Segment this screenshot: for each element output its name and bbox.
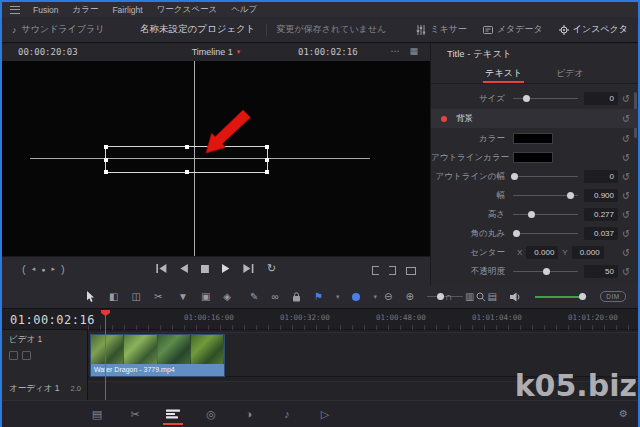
app-menu-icon[interactable] bbox=[10, 6, 20, 14]
menu-fusion[interactable]: Fusion bbox=[26, 5, 66, 15]
reset-icon[interactable]: ↺ bbox=[618, 152, 634, 163]
slider-knob[interactable] bbox=[511, 173, 518, 180]
page-edit[interactable] bbox=[162, 405, 184, 423]
reset-icon[interactable]: ↺ bbox=[618, 247, 634, 258]
reset-icon[interactable]: ↺ bbox=[618, 266, 634, 277]
color-swatch[interactable] bbox=[513, 133, 553, 144]
trim-tool-icon[interactable]: ◧ bbox=[109, 291, 118, 302]
first-frame-button[interactable] bbox=[156, 264, 167, 273]
inspector-rows: サイズ 0 ↺ 背景 ↺ カラー ↺ アウトラインカラー ↺ bbox=[431, 89, 638, 281]
center-y-value[interactable]: 0.000 bbox=[572, 246, 604, 259]
page-deliver[interactable]: ▷ bbox=[314, 405, 336, 423]
last-frame-button[interactable] bbox=[243, 264, 254, 273]
zoom-knob[interactable] bbox=[437, 293, 444, 300]
height-slider[interactable] bbox=[513, 211, 578, 219]
marker-dropdown-icon[interactable]: ▾ bbox=[373, 293, 377, 301]
track-lock-icon[interactable] bbox=[9, 351, 18, 360]
link-clips-icon[interactable]: ∞ bbox=[271, 291, 278, 302]
speaker-icon[interactable] bbox=[510, 292, 522, 302]
reset-icon[interactable]: ↺ bbox=[618, 93, 634, 104]
page-color[interactable]: ◑ bbox=[238, 405, 260, 423]
height-value[interactable]: 0.277 bbox=[584, 208, 618, 221]
reset-icon[interactable]: ↺ bbox=[618, 228, 634, 239]
reset-icon[interactable]: ↺ bbox=[618, 209, 634, 220]
timeline-ruler[interactable]: 01:00:16:00 01:00:32:00 01:00:48:00 01:0… bbox=[88, 309, 638, 330]
metadata-button[interactable]: メタデータ bbox=[483, 23, 543, 36]
flag-icon[interactable]: ⚑ bbox=[314, 291, 323, 302]
mixer-button[interactable]: ミキサー bbox=[416, 23, 467, 36]
menu-workspace[interactable]: ワークスペース bbox=[150, 4, 225, 16]
outline-color-swatch[interactable] bbox=[513, 152, 553, 163]
insert-clip-icon[interactable]: ▼ bbox=[178, 291, 188, 302]
marker-icon[interactable] bbox=[352, 293, 360, 301]
size-value[interactable]: 0 bbox=[584, 92, 618, 105]
mark-in-icon[interactable] bbox=[372, 266, 379, 275]
selection-tool-icon[interactable] bbox=[86, 291, 96, 303]
grid-view-icon[interactable]: ▦ bbox=[409, 46, 418, 56]
slider-knob[interactable] bbox=[513, 230, 520, 237]
lock-icon[interactable] bbox=[292, 292, 301, 302]
timeline-clip[interactable]: Water Dragon - 3779.mp4 bbox=[90, 334, 225, 377]
timeline-view-option-a-icon[interactable]: ▥ bbox=[465, 291, 474, 302]
page-media[interactable]: ▤ bbox=[86, 405, 108, 423]
curve-tool-icon[interactable]: ✎ bbox=[250, 291, 258, 302]
tab-text[interactable]: テキスト bbox=[483, 63, 524, 83]
reset-icon[interactable]: ↺ bbox=[618, 190, 634, 201]
loop-button[interactable]: ↻ bbox=[267, 264, 276, 273]
play-button[interactable] bbox=[222, 264, 230, 273]
corner-radius-slider[interactable] bbox=[513, 230, 578, 238]
volume-slider[interactable] bbox=[535, 293, 587, 301]
size-slider[interactable] bbox=[513, 95, 578, 103]
outline-width-slider[interactable] bbox=[513, 173, 578, 181]
outline-width-value[interactable]: 0 bbox=[584, 170, 618, 183]
reset-icon[interactable]: ↺ bbox=[618, 133, 634, 144]
more-options-icon[interactable]: ⋯ bbox=[390, 46, 399, 56]
opacity-slider[interactable] bbox=[513, 268, 578, 276]
reset-icon[interactable]: ↺ bbox=[618, 113, 634, 124]
section-background[interactable]: 背景 ↺ bbox=[431, 109, 638, 128]
volume-knob[interactable] bbox=[579, 293, 586, 300]
tab-video[interactable]: ビデオ bbox=[554, 63, 586, 83]
stop-button[interactable] bbox=[201, 265, 209, 273]
page-fusion[interactable]: ◎ bbox=[200, 405, 222, 423]
viewer-canvas[interactable] bbox=[2, 61, 430, 256]
play-reverse-button[interactable] bbox=[180, 264, 188, 273]
snap-icon[interactable]: ∩ bbox=[445, 291, 452, 302]
flag-dropdown-icon[interactable]: ▾ bbox=[336, 293, 340, 301]
video-track-header[interactable]: ビデオ 1 bbox=[9, 334, 42, 360]
timeline-view-option-b-icon[interactable]: ▤ bbox=[488, 291, 497, 302]
audio-track-header[interactable]: オーディオ 1 2.0 bbox=[9, 383, 81, 395]
match-frame-icon[interactable] bbox=[406, 267, 416, 275]
slider-knob[interactable] bbox=[567, 192, 574, 199]
zoom-out-icon[interactable]: ⊖ bbox=[384, 291, 392, 302]
jog-shuttle[interactable]: ( ◂ ● ▸ ) bbox=[22, 263, 65, 275]
enable-toggle-dot[interactable] bbox=[441, 116, 447, 122]
dynamic-trim-icon[interactable]: ◫ bbox=[131, 291, 140, 302]
width-value[interactable]: 0.900 bbox=[584, 189, 618, 202]
menu-fairlight[interactable]: Fairlight bbox=[105, 5, 149, 15]
sound-library-button[interactable]: ♪ サウンドライブラリ bbox=[12, 17, 104, 42]
timeline-selector[interactable]: Timeline 1 ▾ bbox=[192, 47, 241, 57]
reset-icon[interactable]: ↺ bbox=[618, 171, 634, 182]
razor-tool-icon[interactable]: ✂ bbox=[154, 291, 162, 302]
mark-out-icon[interactable] bbox=[389, 266, 396, 275]
opacity-value[interactable]: 50 bbox=[584, 265, 618, 278]
page-fairlight[interactable]: ♪ bbox=[276, 405, 298, 423]
corner-radius-value[interactable]: 0.037 bbox=[584, 227, 618, 240]
playhead[interactable] bbox=[105, 310, 106, 400]
slider-knob[interactable] bbox=[528, 211, 535, 218]
zoom-in-icon[interactable]: ⊕ bbox=[405, 291, 413, 302]
inspector-button[interactable]: インスペクタ bbox=[559, 23, 628, 36]
menu-help[interactable]: ヘルプ bbox=[224, 4, 264, 16]
overwrite-clip-icon[interactable]: ▣ bbox=[201, 291, 210, 302]
replace-clip-icon[interactable]: ◈ bbox=[223, 291, 231, 302]
center-x-value[interactable]: 0.000 bbox=[526, 246, 558, 259]
page-cut[interactable]: ✂ bbox=[124, 405, 146, 423]
slider-knob[interactable] bbox=[543, 268, 550, 275]
slider-knob[interactable] bbox=[523, 95, 530, 102]
dim-button[interactable]: DIM bbox=[600, 291, 626, 302]
menu-color[interactable]: カラー bbox=[66, 4, 106, 16]
width-slider[interactable] bbox=[513, 192, 578, 200]
gear-icon[interactable]: ⚙ bbox=[619, 408, 628, 419]
track-auto-select-icon[interactable] bbox=[22, 351, 31, 360]
